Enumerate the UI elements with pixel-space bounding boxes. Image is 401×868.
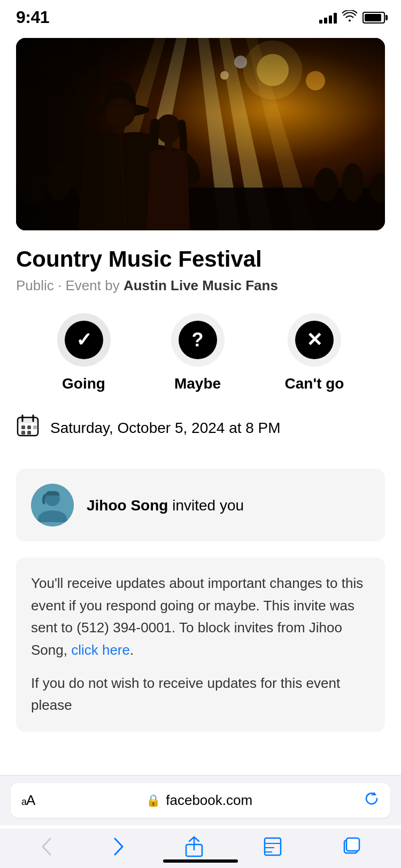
svg-rect-36 [33,425,37,429]
invite-card: Jihoo Song invited you [16,469,385,541]
svg-rect-43 [346,838,359,851]
event-date-text: Saturday, October 5, 2024 at 8 PM [50,420,281,437]
info-box: You'll receive updates about important c… [16,557,385,732]
rsvp-options: ✓ Going ? Maybe ✕ Can't go [16,313,385,392]
status-time: 9:41 [16,7,49,27]
maybe-question: ? [192,330,204,350]
home-indicator [163,859,238,863]
rsvp-going-option[interactable]: ✓ Going [57,313,111,392]
rsvp-cant-go-icon[interactable]: ✕ [295,321,334,359]
rsvp-cant-go-label: Can't go [285,375,344,392]
battery-icon [363,12,385,24]
lock-icon: 🔒 [146,794,160,808]
rsvp-maybe-label: Maybe [174,375,221,392]
share-button[interactable] [184,836,204,857]
signal-icon [319,12,337,24]
event-title: Country Music Festival [16,246,385,272]
rsvp-maybe-option[interactable]: ? Maybe [171,313,225,392]
address-text[interactable]: facebook.com [166,792,252,809]
cant-go-x: ✕ [306,330,322,350]
rsvp-cant-go-circle[interactable]: ✕ [288,313,341,367]
block-invites-link[interactable]: click here [71,642,130,658]
address-center[interactable]: 🔒 facebook.com [146,792,252,809]
info-partial-text: If you do not wish to receive updates fo… [31,672,370,717]
bookmarks-button[interactable] [263,836,283,857]
wifi-icon [342,10,357,25]
calendar-icon [16,414,40,442]
rsvp-cant-go-option[interactable]: ✕ Can't go [285,313,344,392]
forward-button[interactable] [112,836,126,857]
svg-rect-32 [21,425,25,429]
text-size-button[interactable]: aA [21,792,35,809]
main-content: Country Music Festival Public · Event by… [0,230,401,732]
status-bar: 9:41 [0,0,401,33]
event-image [16,38,385,230]
reload-button[interactable] [364,790,380,810]
rsvp-going-label: Going [62,375,105,392]
invite-text: Jihoo Song invited you [87,495,244,516]
tabs-button[interactable] [341,836,361,857]
event-meta: Public · Event by Austin Live Music Fans [16,277,385,294]
rsvp-maybe-circle[interactable]: ? [171,313,225,367]
svg-rect-34 [21,431,25,435]
address-bar[interactable]: aA 🔒 facebook.com [11,783,390,818]
going-checkmark: ✓ [76,330,92,350]
rsvp-going-icon[interactable]: ✓ [65,321,103,359]
inviter-avatar [31,484,74,526]
svg-rect-35 [27,431,31,435]
browser-bar: aA 🔒 facebook.com [0,775,401,825]
organizer-link[interactable]: Austin Live Music Fans [124,277,278,293]
event-datetime: Saturday, October 5, 2024 at 8 PM [16,414,385,447]
invite-action: invited you [172,497,244,514]
svg-rect-33 [27,425,31,429]
svg-rect-41 [265,838,281,855]
status-icons [319,10,385,25]
inviter-name: Jihoo Song [87,497,168,514]
rsvp-going-circle[interactable]: ✓ [57,313,111,367]
svg-rect-29 [18,417,38,423]
rsvp-maybe-icon[interactable]: ? [179,321,217,359]
back-button[interactable] [40,836,53,857]
svg-rect-27 [16,38,385,230]
info-main-text: You'll receive updates about important c… [31,572,370,661]
